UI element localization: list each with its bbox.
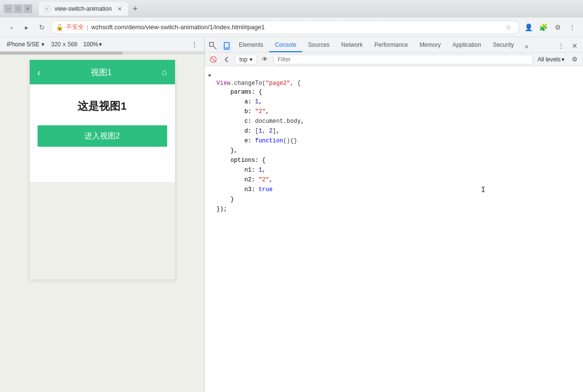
- svg-point-6: [226, 48, 227, 49]
- console-line-e: e: function(){}: [216, 137, 579, 145]
- back-button[interactable]: ◂: [4, 20, 18, 34]
- console-entry-n1: ▶ n1: 1,: [205, 166, 583, 176]
- address-bar[interactable]: 🔓 不安全 | wzhsoft.com/demo/view-switch-ani…: [51, 20, 520, 34]
- tab-application[interactable]: Application: [447, 39, 487, 52]
- close-window-button[interactable]: ✕: [23, 4, 32, 13]
- console-entry-close: ▶ });: [205, 205, 583, 215]
- mobile-content: ‹ 视图1 ⌂ 这是视图1 进入视图2: [0, 55, 204, 392]
- console-output: ▶ View.changeTo("page2", { ▶ params: { ▶…: [205, 66, 583, 392]
- tab-favicon: ✦: [44, 5, 51, 12]
- mobile-main-title: 这是视图1: [38, 99, 167, 114]
- more-tabs-button[interactable]: »: [521, 40, 532, 52]
- expand-arrow-icon[interactable]: ▶: [209, 70, 216, 80]
- console-line-params-close: },: [216, 146, 579, 155]
- browser-view: iPhone 5/SE ▾ 320 x 568 100% ▾ ⋮: [0, 37, 205, 392]
- address-separator: |: [87, 24, 88, 31]
- console-back-button[interactable]: [221, 54, 232, 65]
- mobile-body: 这是视图1 进入视图2: [30, 84, 175, 182]
- console-settings-button[interactable]: ⚙: [569, 54, 580, 65]
- devtools-panel: Elements Console Sources Network Perform…: [205, 37, 583, 392]
- console-line-main: View.changeTo("page2", {: [216, 70, 579, 88]
- device-height: 568: [68, 41, 78, 48]
- console-line-n1: n1: 1,: [216, 166, 579, 175]
- more-options-button[interactable]: ⋮: [565, 20, 579, 34]
- bookmark-button[interactable]: ☆: [503, 21, 514, 33]
- console-line-n2: n2: "2",: [216, 176, 579, 184]
- console-line-close: });: [216, 205, 579, 214]
- tab-network[interactable]: Network: [335, 39, 369, 52]
- device-selector[interactable]: iPhone 5/SE ▾: [4, 40, 47, 49]
- console-entry-n3: ▶ n3: true I: [205, 185, 583, 195]
- title-bar: ─ □ ✕ ✦ view-switch-animation ✕ +: [0, 0, 583, 18]
- extensions-button[interactable]: 🧩: [536, 20, 550, 34]
- console-line-b: b: "2",: [216, 107, 579, 116]
- console-entry-params-close: ▶ },: [205, 146, 583, 156]
- devtools-settings-button[interactable]: ⋮: [555, 39, 567, 52]
- zoom-level: 100%: [83, 41, 98, 48]
- context-selector[interactable]: top ▾: [235, 55, 257, 64]
- address-actions: ☆: [503, 21, 514, 33]
- dimension-display: 320 x 568: [51, 41, 78, 48]
- mobile-back-button[interactable]: ‹: [38, 67, 41, 77]
- device-name: iPhone 5/SE: [7, 41, 39, 48]
- devtools-right-buttons: ⋮ ✕: [555, 39, 581, 52]
- console-entry-e: ▶ e: function(){}: [205, 137, 583, 146]
- console-line-c: c: document.body,: [216, 117, 579, 126]
- tab-close-button[interactable]: ✕: [116, 5, 123, 13]
- insecure-label: 不安全: [66, 23, 84, 31]
- console-entry-b: ▶ b: "2",: [205, 107, 583, 117]
- tab-console[interactable]: Console: [269, 39, 302, 52]
- console-entry-options-close: ▶ }: [205, 195, 583, 205]
- enter-view2-button[interactable]: 进入视图2: [38, 125, 167, 147]
- log-level-selector[interactable]: All levels ▾: [536, 55, 566, 64]
- console-eye-button[interactable]: 👁: [260, 54, 271, 65]
- console-entry-c: ▶ c: document.body,: [205, 117, 583, 127]
- cursor-indicator: I: [481, 186, 486, 195]
- console-entry-n2: ▶ n2: "2",: [205, 176, 583, 185]
- tab-security[interactable]: Security: [487, 39, 520, 52]
- zoom-chevron-icon: ▾: [99, 41, 102, 48]
- console-entry-d: ▶ d: [1, 2],: [205, 127, 583, 137]
- filter-input[interactable]: [273, 55, 533, 64]
- console-line-options: options: {: [216, 156, 579, 165]
- console-toolbar: 🚫 top ▾ 👁 All levels ▾ ⚙: [205, 53, 583, 66]
- tab-title: view-switch-animation: [55, 5, 112, 12]
- devtools-close-button[interactable]: ✕: [568, 39, 581, 52]
- device-chevron-icon: ▾: [41, 41, 44, 48]
- log-level-label: All levels: [538, 56, 561, 63]
- tab-elements[interactable]: Elements: [233, 39, 269, 52]
- forward-button[interactable]: ▸: [19, 20, 33, 34]
- refresh-button[interactable]: ↻: [35, 20, 49, 34]
- clear-console-button[interactable]: 🚫: [208, 54, 218, 65]
- active-tab[interactable]: ✦ view-switch-animation ✕: [39, 2, 128, 16]
- context-value: top: [239, 56, 248, 63]
- device-bar: iPhone 5/SE ▾ 320 x 568 100% ▾ ⋮: [0, 37, 204, 52]
- dimension-x: x: [63, 41, 66, 48]
- new-tab-button[interactable]: +: [128, 2, 142, 16]
- svg-text:✦: ✦: [45, 7, 49, 11]
- console-entry-main: ▶ View.changeTo("page2", {: [205, 70, 583, 88]
- zoom-selector[interactable]: 100% ▾: [81, 40, 104, 49]
- address-url: wzhsoft.com/demo/view-switch-animation/1…: [91, 23, 500, 31]
- tab-sources[interactable]: Sources: [302, 39, 335, 52]
- mobile-bottom-space: [30, 182, 175, 279]
- browser-window: ─ □ ✕ ✦ view-switch-animation ✕ + ◂ ▸ ↻ …: [0, 0, 583, 392]
- tab-performance[interactable]: Performance: [369, 39, 414, 52]
- minimize-button[interactable]: ─: [4, 4, 13, 13]
- mobile-view-title: 视图1: [40, 67, 161, 78]
- mobile-home-button[interactable]: ⌂: [162, 67, 167, 78]
- profile-button[interactable]: 👤: [522, 20, 535, 34]
- devtools-left-icons: [207, 39, 233, 52]
- console-entry-params: ▶ params: {: [205, 88, 583, 98]
- svg-line-3: [214, 47, 216, 49]
- inspect-element-button[interactable]: [207, 39, 219, 52]
- tab-memory[interactable]: Memory: [414, 39, 447, 52]
- account-button[interactable]: ⚙: [551, 20, 564, 34]
- device-toggle-button[interactable]: [220, 39, 233, 52]
- maximize-button[interactable]: □: [14, 4, 22, 13]
- mobile-frame: ‹ 视图1 ⌂ 这是视图1 进入视图2: [29, 59, 175, 280]
- console-line-params: params: {: [216, 88, 579, 97]
- nav-right-buttons: 👤 🧩 ⚙ ⋮: [522, 20, 579, 34]
- console-line-a: a: 1,: [216, 98, 579, 106]
- device-more-button[interactable]: ⋮: [189, 39, 200, 50]
